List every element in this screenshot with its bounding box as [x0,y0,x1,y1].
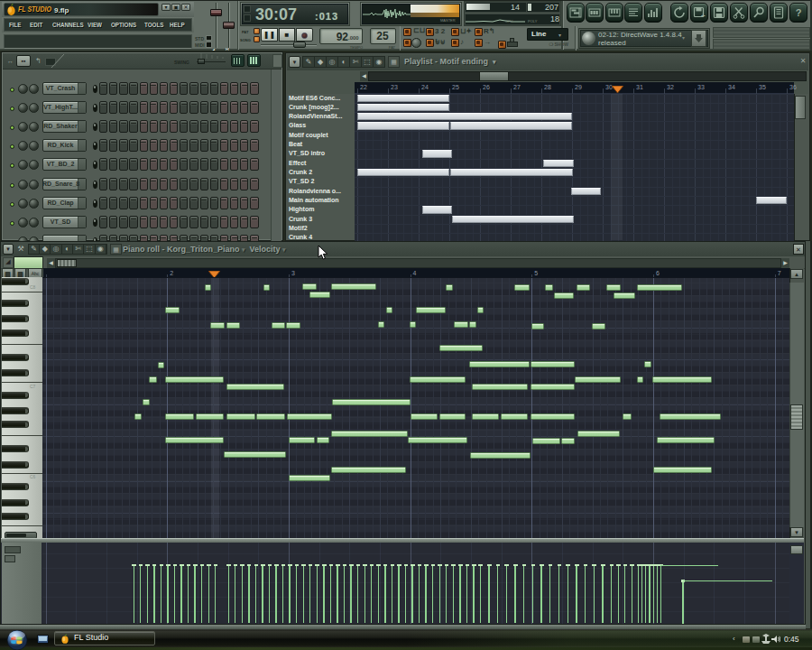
svg-text:+: + [701,12,706,19]
